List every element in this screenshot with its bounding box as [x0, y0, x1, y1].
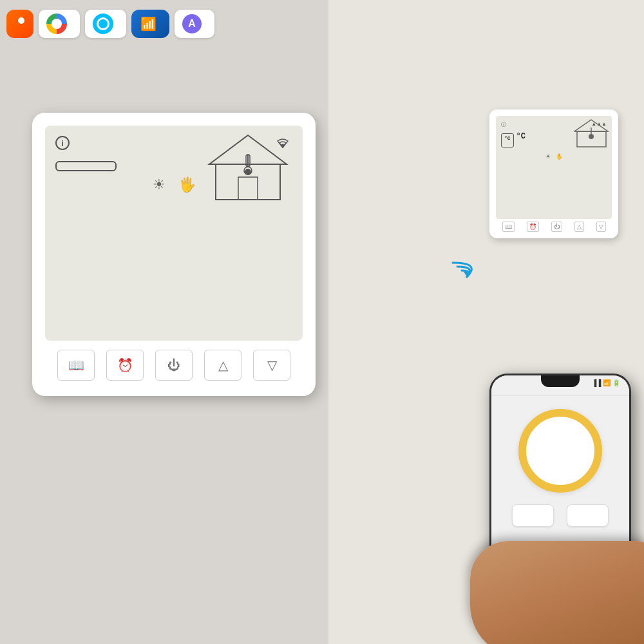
phone-temp-controls[interactable] — [512, 504, 609, 527]
svg-point-9 — [589, 134, 594, 139]
thermostat-buttons[interactable]: 📖 ⏰ ⏻ △ ▽ — [45, 341, 303, 383]
power-button[interactable]: ⏻ — [155, 350, 193, 381]
thermostat-small-device: ⓘ ▲▲▲ °C °C ☀ ✋ — [489, 109, 618, 238]
small-book-btn[interactable]: 📖 — [502, 222, 515, 232]
small-down-btn[interactable]: ▽ — [596, 222, 606, 232]
small-clock-btn[interactable]: ⏰ — [527, 222, 539, 232]
wifi-symbol-icon: 📶 — [140, 16, 156, 32]
google-home-badge — [39, 10, 80, 38]
wifi-badge: 📶 — [131, 10, 169, 38]
book-button[interactable]: 📖 — [57, 350, 95, 381]
google-icon — [46, 14, 67, 34]
small-icons-row: ☀ ✋ — [501, 153, 607, 160]
thermostat-main-device: i — [32, 113, 316, 396]
small-house — [574, 118, 609, 147]
tuya-dot — [18, 17, 24, 24]
decrease-button[interactable] — [512, 504, 554, 527]
set-temp-box — [55, 161, 117, 171]
phone-header — [491, 388, 629, 396]
yandex-icon: A — [182, 14, 202, 33]
small-info-icon: ⓘ — [501, 121, 506, 128]
alexa-icon — [93, 14, 113, 34]
small-hand-icon: ✋ — [556, 153, 563, 160]
tuya-badge — [6, 10, 33, 38]
small-up-btn[interactable]: △ — [574, 222, 584, 232]
small-set-box: °C — [501, 133, 514, 148]
svg-point-6 — [245, 169, 251, 175]
house-graphic — [206, 132, 290, 203]
down-button[interactable]: ▽ — [253, 350, 290, 381]
compatibility-badges: 📶 A — [6, 10, 214, 38]
temperature-circle — [518, 409, 602, 493]
small-screen: ⓘ ▲▲▲ °C °C ☀ ✋ — [496, 116, 612, 219]
google-icon-inner — [52, 19, 62, 29]
sun-icon: ☀ — [153, 176, 166, 193]
clock-button[interactable]: ⏰ — [106, 350, 144, 381]
svg-rect-2 — [238, 177, 258, 200]
alexa-badge — [85, 10, 126, 38]
small-current-temp: °C — [516, 129, 526, 151]
hand-background — [451, 528, 644, 644]
phone-notch — [541, 375, 580, 387]
hand-shape — [470, 541, 644, 644]
yandex-badge: A — [175, 10, 214, 38]
increase-button[interactable] — [567, 504, 609, 527]
info-icon: i — [55, 136, 70, 150]
phone-status-icons: ▐▐ 📶 🔋 — [592, 379, 620, 386]
small-sun-icon: ☀ — [545, 153, 551, 160]
alexa-ring — [97, 17, 109, 30]
small-buttons-row[interactable]: 📖 ⏰ ⏻ △ ▽ — [496, 219, 612, 232]
up-button[interactable]: △ — [204, 350, 242, 381]
hand-icon: 🖐 — [178, 176, 196, 193]
small-power-btn[interactable]: ⏻ — [551, 222, 562, 232]
thermostat-main-screen: i — [45, 126, 303, 341]
wifi-signal-blue-icon — [448, 251, 486, 290]
